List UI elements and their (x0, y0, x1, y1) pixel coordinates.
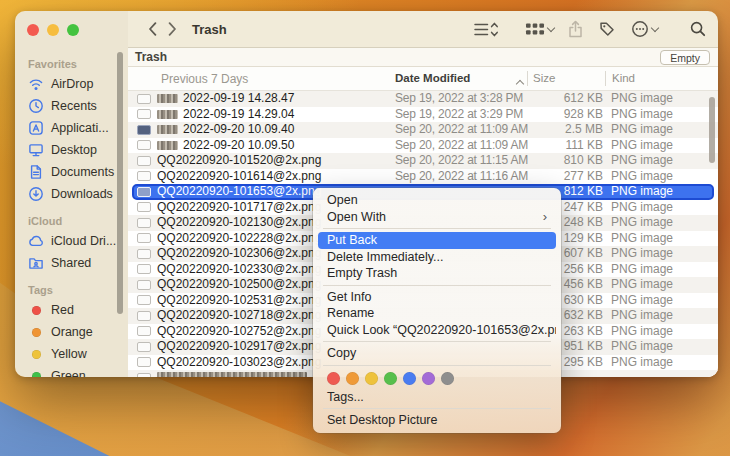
back-button[interactable] (142, 17, 162, 41)
file-name: 2022-09-20 10.09.40 (157, 122, 391, 138)
list-header-row: Previous 7 Days Date Modified Size Kind (128, 67, 718, 91)
file-date: Sep 19, 2022 at 3:29 PM (395, 107, 523, 123)
tag-color-dot[interactable] (422, 372, 435, 385)
file-name: QQ20220920-101614@2x.png (157, 169, 391, 185)
tag-color-dot[interactable] (365, 372, 378, 385)
empty-trash-menu-item[interactable]: Empty Trash (318, 265, 556, 282)
sidebar-item-label: Orange (51, 325, 93, 339)
sidebar-item-label: Downloads (51, 187, 113, 201)
file-row[interactable]: 2022-09-20 10.09.40Sep 20, 2022 at 11:09… (128, 122, 718, 138)
file-thumbnail-icon (137, 109, 151, 119)
column-divider[interactable] (527, 71, 528, 86)
tag-color-dot-icon (28, 368, 44, 377)
sidebar-item-documents[interactable]: Documents (15, 161, 128, 183)
forward-button[interactable] (162, 17, 182, 41)
file-size: 612 KB (545, 91, 603, 107)
file-thumbnail-icon (137, 249, 151, 259)
list-scrollbar[interactable] (709, 97, 715, 163)
sidebar-item-applicati[interactable]: Applicati... (15, 117, 128, 139)
file-kind: PNG image (611, 262, 673, 278)
file-thumbnail-icon (137, 264, 151, 274)
sidebar-item-recents[interactable]: Recents (15, 95, 128, 117)
censored-text (157, 94, 178, 103)
get-info-menu-item[interactable]: Get Info (318, 289, 556, 306)
set-desktop-picture-menu-item[interactable]: Set Desktop Picture (318, 412, 556, 429)
tag-color-dot[interactable] (441, 372, 454, 385)
file-thumbnail-icon (137, 342, 151, 352)
rename-menu-item[interactable]: Rename (318, 305, 556, 322)
file-date: Sep 20, 2022 at 11:15 AM (395, 153, 528, 169)
sidebar-item-shared[interactable]: Shared (15, 252, 128, 274)
group-sort-button[interactable] (474, 22, 499, 37)
sidebar-item-label: Shared (51, 256, 91, 270)
share-button[interactable] (568, 20, 583, 38)
put-back-menu-item[interactable]: Put Back (318, 232, 556, 249)
view-mode-button[interactable] (525, 22, 554, 36)
sidebar-scrollbar[interactable] (117, 52, 123, 314)
empty-trash-button[interactable]: Empty (660, 50, 710, 65)
tag-color-dot[interactable] (384, 372, 397, 385)
chevron-down-icon (547, 23, 555, 31)
column-header-date-modified[interactable]: Date Modified (395, 72, 470, 84)
sidebar-item-icloud-dri[interactable]: iCloud Dri... (15, 230, 128, 252)
file-thumbnail-icon (137, 156, 151, 166)
file-kind: PNG image (611, 184, 673, 200)
tag-color-dot[interactable] (327, 372, 340, 385)
file-kind: PNG image (611, 293, 673, 309)
recents-icon (28, 98, 44, 114)
close-button[interactable] (27, 24, 39, 36)
quick-look-qq20220920-101653-2x-png-menu-item[interactable]: Quick Look “QQ20220920-101653@2x.png” (318, 322, 556, 339)
file-kind: PNG image (611, 169, 673, 185)
file-row[interactable]: 2022-09-19 14.28.47Sep 19, 2022 at 3:28 … (128, 91, 718, 107)
file-row[interactable]: 2022-09-19 14.29.04Sep 19, 2022 at 3:29 … (128, 107, 718, 123)
more-actions-button[interactable] (631, 20, 658, 38)
delete-immediately-menu-item[interactable]: Delete Immediately... (318, 249, 556, 266)
file-date: Sep 20, 2022 at 11:16 AM (395, 169, 528, 185)
sidebar-item-orange[interactable]: Orange (15, 321, 128, 343)
tags-button[interactable] (599, 21, 615, 37)
tag-color-dot-icon (28, 302, 44, 318)
file-row[interactable]: QQ20220920-101614@2x.pngSep 20, 2022 at … (128, 169, 718, 185)
open-menu-item[interactable]: Open (318, 192, 556, 209)
file-kind: PNG image (611, 122, 673, 138)
zoom-button[interactable] (67, 24, 79, 36)
chevron-down-icon (651, 23, 659, 31)
sidebar-item-label: Green (51, 369, 86, 377)
sidebar-item-label: Recents (51, 99, 97, 113)
file-kind: PNG image (611, 231, 673, 247)
documents-icon (28, 164, 44, 180)
file-thumbnail-icon (137, 187, 151, 197)
open-with-menu-item[interactable]: Open With› (318, 209, 556, 226)
file-date: Sep 19, 2022 at 3:28 PM (395, 91, 523, 107)
file-size: 111 KB (545, 138, 603, 154)
desktop-icon (28, 142, 44, 158)
file-row[interactable]: 2022-09-20 10.09.50Sep 20, 2022 at 11:09… (128, 138, 718, 154)
tag-color-dot[interactable] (346, 372, 359, 385)
shared-folder-icon (28, 255, 44, 271)
sidebar-section-title: Tags (15, 282, 128, 299)
file-kind: PNG image (611, 215, 673, 231)
sidebar-item-green[interactable]: Green (15, 365, 128, 377)
sidebar-item-desktop[interactable]: Desktop (15, 139, 128, 161)
column-header-kind[interactable]: Kind (612, 72, 635, 84)
file-name: 2022-09-19 14.29.04 (157, 107, 391, 123)
sidebar-item-downloads[interactable]: Downloads (15, 183, 128, 205)
sidebar-item-red[interactable]: Red (15, 299, 128, 321)
share-icon (568, 20, 583, 38)
tag-color-dot[interactable] (403, 372, 416, 385)
minimize-button[interactable] (47, 24, 59, 36)
copy-menu-item[interactable]: Copy (318, 345, 556, 362)
search-button[interactable] (690, 21, 706, 37)
file-name: QQ20220920-101520@2x.png (157, 153, 391, 169)
sidebar-item-airdrop[interactable]: AirDrop (15, 73, 128, 95)
file-row[interactable]: QQ20220920-101520@2x.pngSep 20, 2022 at … (128, 153, 718, 169)
sidebar-item-yellow[interactable]: Yellow (15, 343, 128, 365)
column-divider[interactable] (605, 71, 606, 86)
sidebar-section: TagsRedOrangeYellowGreen (15, 282, 128, 377)
file-thumbnail-icon (137, 280, 151, 290)
tags-menu-item[interactable]: Tags... (318, 389, 556, 406)
column-header-size[interactable]: Size (533, 72, 555, 84)
finder-sidebar: FavoritesAirDropRecentsApplicati...Deskt… (15, 48, 128, 377)
ellipsis-circle-icon (631, 20, 649, 38)
file-date: Sep 20, 2022 at 11:09 AM (395, 138, 528, 154)
